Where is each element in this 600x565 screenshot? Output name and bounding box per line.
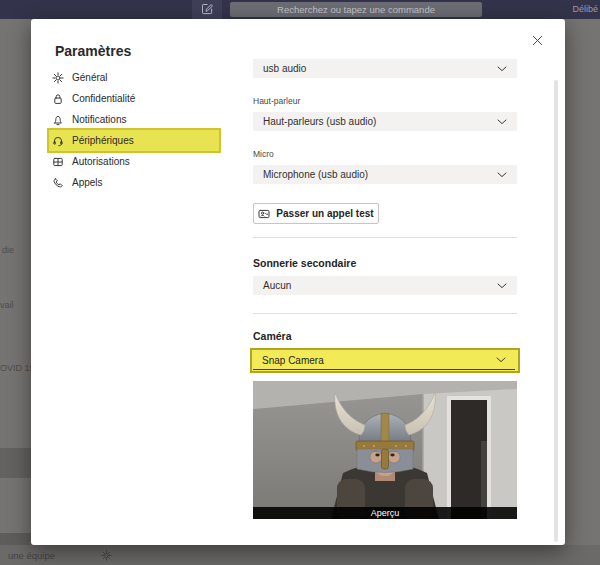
preview-caption-label: Aperçu — [371, 508, 400, 518]
sidebar-item-label: Périphériques — [72, 135, 134, 146]
preview-caption: Aperçu — [253, 507, 517, 519]
join-team-label: une équipe — [8, 550, 55, 561]
audio-device-dropdown[interactable]: usb audio — [253, 59, 517, 78]
camera-heading: Caméra — [253, 330, 292, 342]
speaker-label: Haut-parleur — [253, 96, 300, 106]
sidebar-item-privacy[interactable]: Confidentialité — [49, 88, 219, 109]
sidebar-item-label: Autorisations — [72, 156, 130, 167]
section-divider — [253, 237, 517, 238]
sidebar-item-label: Confidentialité — [72, 93, 135, 104]
speaker-dropdown[interactable]: Haut-parleurs (usb audio) — [253, 112, 517, 131]
close-icon — [532, 35, 543, 46]
command-search-input[interactable]: Recherchez ou tapez une commande — [230, 2, 482, 17]
app-top-bar: Recherchez ou tapez une commande Délibé — [0, 0, 600, 19]
sidebar-item-label: Général — [72, 72, 108, 83]
topbar-right-text: Délibé — [572, 4, 598, 14]
sidebar-item-general[interactable]: Général — [49, 67, 219, 88]
sidebar-item-notifications[interactable]: Notifications — [49, 109, 219, 130]
chevron-down-icon — [497, 66, 507, 72]
close-button[interactable] — [529, 32, 545, 48]
headset-icon — [52, 135, 64, 147]
sidebar-item-permissions[interactable]: Autorisations — [49, 151, 219, 172]
chevron-down-icon — [497, 172, 507, 178]
phone-icon — [52, 177, 64, 189]
modal-scrollbar[interactable] — [554, 80, 558, 542]
camera-preview-image — [253, 381, 517, 519]
section-divider — [253, 313, 517, 314]
sidebar-item-devices[interactable]: Périphériques — [49, 130, 219, 151]
test-call-icon — [258, 208, 270, 220]
dimmed-sidebar-text-fragment: die — [2, 245, 14, 255]
chevron-down-icon — [497, 283, 507, 289]
camera-dropdown[interactable]: Snap Camera — [253, 351, 515, 370]
dimmed-bottom-bar: une équipe — [0, 545, 600, 565]
settings-nav: Général Confidentialité — [49, 67, 219, 193]
sidebar-item-label: Notifications — [72, 114, 126, 125]
speaker-value: Haut-parleurs (usb audio) — [263, 116, 376, 127]
audio-device-value: usb audio — [263, 63, 306, 74]
mic-value: Microphone (usb audio) — [263, 169, 368, 180]
manage-team-gear-icon — [101, 550, 112, 561]
test-call-button[interactable]: Passer un appel test — [253, 203, 379, 224]
camera-preview: Aperçu — [253, 381, 517, 519]
lock-icon — [52, 93, 64, 105]
test-call-label: Passer un appel test — [276, 208, 373, 219]
dialog-title: Paramètres — [55, 43, 131, 59]
dimmed-sidebar-text-fragment: OVID 19 — [0, 363, 35, 373]
apps-icon — [52, 156, 64, 168]
chevron-down-icon — [496, 357, 506, 363]
devices-settings-panel: usb audio Haut-parleur Haut-parleurs (us… — [222, 19, 522, 545]
ringtone-heading: Sonnerie secondaire — [253, 257, 356, 269]
search-placeholder: Recherchez ou tapez une commande — [277, 4, 435, 15]
camera-dropdown-highlight: Snap Camera — [250, 348, 520, 373]
chevron-down-icon — [497, 119, 507, 125]
sidebar-item-calls[interactable]: Appels — [49, 172, 219, 193]
teams-app-window: Recherchez ou tapez une commande Délibé … — [0, 0, 600, 565]
ringtone-value: Aucun — [263, 280, 291, 291]
camera-value: Snap Camera — [262, 355, 324, 366]
new-message-button[interactable] — [192, 0, 222, 19]
settings-dialog: Paramètres Général — [31, 19, 565, 545]
sidebar-item-label: Appels — [72, 177, 103, 188]
gear-icon — [52, 72, 64, 84]
compose-pencil-icon — [202, 4, 213, 15]
mic-dropdown[interactable]: Microphone (usb audio) — [253, 165, 517, 184]
dimmed-sidebar-text-fragment: vail — [0, 300, 14, 310]
mic-label: Micro — [253, 149, 274, 159]
ringtone-dropdown[interactable]: Aucun — [253, 276, 517, 295]
bell-icon — [52, 114, 64, 126]
